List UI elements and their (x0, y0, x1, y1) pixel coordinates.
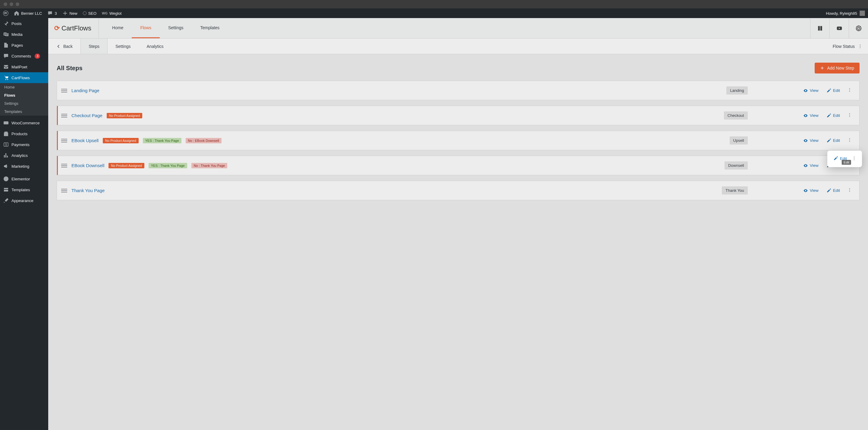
step-name-link[interactable]: EBook Downsell (71, 163, 104, 168)
menu-elementor[interactable]: Elementor (0, 173, 48, 184)
svg-point-27 (854, 158, 855, 159)
submenu-flows[interactable]: Flows (0, 91, 48, 99)
step-name-link[interactable]: Checkout Page (71, 113, 102, 118)
tab-settings[interactable]: Settings (160, 18, 192, 38)
drag-handle[interactable] (61, 188, 67, 194)
site-name-label: Bernier LLC (21, 11, 42, 16)
svg-point-7 (858, 27, 860, 29)
view-button[interactable]: View (801, 88, 820, 93)
flow-status[interactable]: Flow Status (827, 38, 868, 54)
svg-point-14 (849, 113, 850, 114)
row-more-highlighted[interactable] (851, 154, 857, 164)
comments-link[interactable]: 3 (47, 10, 57, 16)
subtab-steps[interactable]: Steps (81, 38, 107, 54)
menu-media[interactable]: Media (0, 29, 48, 40)
menu-payments[interactable]: $Payments (0, 139, 48, 150)
seo-link[interactable]: SEO (83, 11, 96, 16)
view-button[interactable]: View (801, 113, 820, 118)
menu-cartflows[interactable]: CartFlows (0, 72, 48, 83)
traffic-min[interactable] (10, 2, 13, 6)
view-button[interactable]: View (801, 188, 820, 193)
edit-button[interactable]: Edit (825, 113, 842, 118)
traffic-close[interactable] (4, 2, 7, 6)
row-more[interactable] (846, 112, 853, 118)
youtube-icon[interactable] (830, 18, 849, 38)
flow-status-label: Flow Status (833, 44, 855, 49)
view-button[interactable]: View (801, 163, 820, 168)
svg-point-11 (849, 88, 850, 89)
woo-icon (3, 120, 9, 126)
submenu-home[interactable]: Home (0, 83, 48, 91)
payments-icon: $ (3, 141, 9, 147)
back-button[interactable]: Back (48, 38, 81, 54)
step-tag: No : Thank You Page (191, 163, 227, 168)
svg-point-9 (860, 46, 861, 46)
mailpoet-icon (3, 64, 9, 70)
submenu-templates[interactable]: Templates (0, 107, 48, 115)
svg-point-10 (860, 47, 861, 48)
drag-handle[interactable] (61, 138, 67, 144)
edit-button[interactable]: Edit (825, 138, 842, 143)
drag-handle[interactable] (61, 112, 67, 119)
step-tag: No Product Assigned (108, 163, 144, 168)
wp-sidebar: Posts Media Pages Comments3 MailPoet Car… (0, 18, 48, 430)
drag-handle[interactable] (61, 163, 67, 169)
new-label: New (70, 11, 78, 16)
docs-icon[interactable] (810, 18, 830, 38)
menu-marketing[interactable]: Marketing (0, 161, 48, 172)
tab-templates[interactable]: Templates (192, 18, 228, 38)
submenu-settings[interactable]: Settings (0, 99, 48, 107)
brand-icon: ⟳ (54, 24, 60, 32)
menu-appearance[interactable]: Appearance (0, 195, 48, 206)
step-row: EBook DownsellNo Product AssignedYES : T… (57, 156, 860, 175)
plus-icon (820, 66, 824, 70)
step-type-chip: Upsell (730, 136, 748, 144)
wp-logo[interactable] (3, 10, 8, 16)
wp-adminbar: Bernier LLC 3 New SEO WGWeglot Howdy, Ry… (0, 8, 868, 18)
svg-point-23 (849, 188, 850, 189)
step-tag: No Product Assigned (107, 113, 143, 118)
step-tag: YES : Thank You Page (143, 138, 181, 143)
step-tag: No Product Assigned (103, 138, 138, 143)
view-button[interactable]: View (801, 138, 820, 143)
weglot-link[interactable]: WGWeglot (102, 11, 121, 16)
edit-button[interactable]: Edit (825, 88, 842, 93)
howdy-text[interactable]: Howdy, Ryleigh85 (826, 11, 857, 16)
new-content[interactable]: New (62, 10, 78, 16)
tab-flows[interactable]: Flows (132, 18, 160, 38)
step-name-link[interactable]: Landing Page (71, 88, 99, 93)
menu-label: Pages (11, 43, 23, 47)
row-more[interactable] (846, 138, 853, 143)
svg-text:$: $ (5, 143, 7, 146)
menu-pages[interactable]: Pages (0, 40, 48, 51)
site-name[interactable]: Bernier LLC (14, 10, 42, 16)
cartflows-submenu: Home Flows Settings Templates (0, 83, 48, 115)
brand[interactable]: ⟳ CartFlows (54, 18, 99, 38)
menu-mailpoet[interactable]: MailPoet (0, 61, 48, 72)
subtab-settings[interactable]: Settings (107, 38, 139, 54)
tooltip: Edit (842, 160, 851, 165)
svg-point-15 (849, 115, 850, 115)
avatar[interactable] (860, 10, 865, 16)
step-name-link[interactable]: EBook Upsell (71, 138, 98, 143)
menu-posts[interactable]: Posts (0, 18, 48, 29)
menu-comments[interactable]: Comments3 (0, 51, 48, 61)
menu-templates[interactable]: Templates (0, 184, 48, 195)
seo-label: SEO (88, 11, 96, 16)
menu-products[interactable]: Products (0, 128, 48, 139)
tab-home[interactable]: Home (104, 18, 132, 38)
traffic-max[interactable] (16, 2, 19, 6)
subtab-analytics[interactable]: Analytics (139, 38, 172, 54)
add-step-label: Add New Step (827, 66, 855, 70)
edit-popover: Edit Edit (827, 151, 862, 167)
row-more[interactable] (846, 88, 853, 93)
menu-woocommerce[interactable]: WooCommerce (0, 118, 48, 128)
drag-handle[interactable] (61, 88, 67, 94)
elementor-icon (3, 176, 9, 182)
row-more[interactable] (846, 188, 853, 193)
add-step-button[interactable]: Add New Step (815, 63, 860, 73)
edit-button[interactable]: Edit (825, 188, 842, 193)
help-icon[interactable] (849, 18, 868, 38)
step-name-link[interactable]: Thank You Page (71, 188, 104, 193)
menu-analytics[interactable]: Analytics (0, 150, 48, 161)
